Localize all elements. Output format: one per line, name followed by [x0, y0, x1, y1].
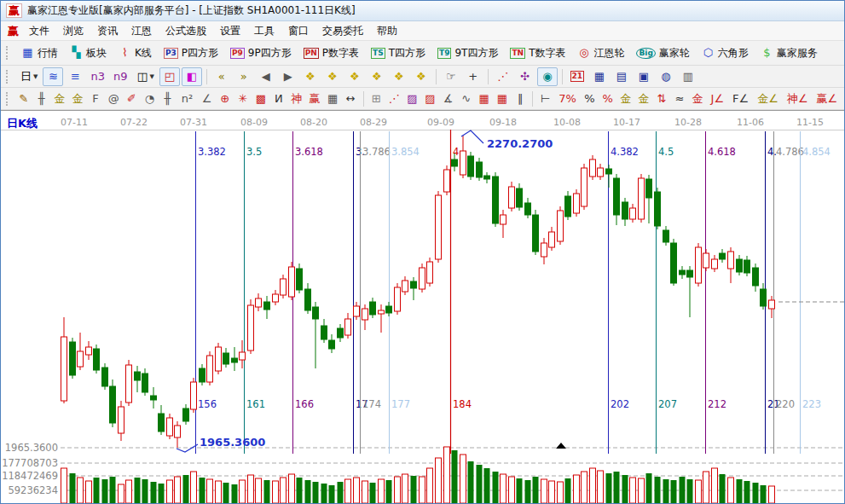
candlestick	[468, 156, 474, 177]
chart-area[interactable]: 07-1107-2207-3108-0908-2008-2909-0909-18…	[1, 110, 844, 504]
zoom-out-button[interactable]: ❖	[389, 67, 409, 86]
gann-outline-button[interactable]: ◰	[159, 67, 180, 86]
wave-mark-tool[interactable]: И	[270, 90, 286, 108]
winner-service-button[interactable]: $赢家服务	[755, 43, 823, 63]
percent-line-tool[interactable]: 7%	[555, 90, 580, 108]
candlestick	[281, 279, 286, 295]
gann-box-tool[interactable]: ▩	[252, 90, 269, 108]
kline-button[interactable]: ⌇K线	[113, 43, 157, 63]
gold-section-tool[interactable]: 金	[635, 90, 651, 108]
calculator-button[interactable]: ▦	[589, 67, 610, 86]
f-angle-tool[interactable]: F∠	[729, 90, 752, 108]
p9-square-button[interactable]: P99P四方形	[225, 43, 297, 63]
gold-line-tool[interactable]: 金	[689, 90, 705, 108]
menu-item-公式选股[interactable]: 公式选股	[159, 22, 213, 40]
shen-angle-tool[interactable]: 神∠	[784, 90, 812, 108]
menu-item-工具[interactable]: 工具	[247, 22, 281, 40]
gold-comb-tool[interactable]: 金	[51, 90, 67, 108]
volume-bar	[240, 480, 246, 503]
zoom-right-button[interactable]: ❖	[322, 67, 343, 86]
hexagon-button[interactable]: ⬡六角形	[697, 43, 754, 63]
menu-item-浏览[interactable]: 浏览	[56, 22, 90, 40]
red-grid-tool[interactable]: ▦	[476, 90, 492, 108]
n-square-tool[interactable]: n²	[177, 90, 197, 108]
period-day-button[interactable]: 日▼	[16, 67, 41, 86]
zoom-horizontal-button[interactable]: ❖	[344, 67, 365, 86]
menu-item-设置[interactable]: 设置	[213, 22, 247, 40]
fan-box-red-tool[interactable]: ▨	[422, 90, 438, 108]
quote-table-button[interactable]: ▦行情	[16, 43, 63, 63]
compass-tool[interactable]: ⊕	[217, 90, 233, 108]
t9-square-button[interactable]: T99T四方形	[432, 43, 503, 63]
first-bar-button[interactable]: «	[211, 67, 232, 86]
fishnet-chart-button[interactable]: ≋	[43, 67, 63, 86]
info-panel-button[interactable]: ≡	[65, 67, 85, 86]
crosshair-button[interactable]: +	[463, 67, 483, 86]
prev-bar-button[interactable]: ◀	[256, 67, 276, 86]
fan-lines-tool[interactable]: ⋰	[386, 90, 402, 108]
next-bar-button[interactable]: ▶	[278, 67, 298, 86]
box-frame-tool[interactable]: ⊞	[368, 90, 385, 108]
hand-tool-button[interactable]: ☞	[441, 67, 461, 86]
j-angle-tool[interactable]: J∠	[708, 90, 728, 108]
fib-comb-tool[interactable]: F	[87, 90, 103, 108]
save-button[interactable]: ▣	[634, 67, 654, 86]
zoom-left-button[interactable]: ❖	[300, 67, 321, 86]
price-grid-tool[interactable]: ▦	[325, 90, 341, 108]
p-square-button[interactable]: P3P四方形	[159, 43, 223, 63]
calendar-button[interactable]: 21	[567, 67, 587, 86]
t-number-button[interactable]: TNT数字表	[505, 43, 570, 63]
volume-flag-button[interactable]: ◧	[182, 67, 202, 86]
ying-angle-tool[interactable]: 赢∠	[813, 90, 842, 108]
menu-item-交易委托[interactable]: 交易委托	[315, 22, 370, 40]
gann-wheel-button[interactable]: ◎江恩轮	[572, 43, 629, 63]
gold-circle-tool[interactable]: 金	[617, 90, 634, 108]
menu-item-资讯[interactable]: 资讯	[90, 22, 124, 40]
percent-tool[interactable]: %	[582, 90, 598, 108]
comb-tool[interactable]: ╫	[159, 90, 176, 108]
swing-3-button[interactable]: n3	[87, 67, 108, 86]
wave-band-tool[interactable]: ≈	[671, 90, 687, 108]
price-scale-tool[interactable]: ⊢	[537, 90, 553, 108]
t-square-button[interactable]: TST四方形	[366, 43, 431, 63]
menu-item-帮助[interactable]: 帮助	[370, 22, 404, 40]
red-pencil-tool[interactable]: ✐	[124, 90, 140, 108]
volume-bar	[256, 478, 262, 503]
angle-measure-tool[interactable]: ∠	[199, 90, 215, 108]
price-pen-tool[interactable]: ⇅	[653, 90, 669, 108]
zoom-in-button[interactable]: ❖	[367, 67, 387, 86]
swing-9-button[interactable]: n9	[110, 67, 131, 86]
angle-fan-tool[interactable]: ∡	[440, 90, 456, 108]
gold-comb2-tool[interactable]: 金	[69, 90, 85, 108]
print-button[interactable]: ▥	[678, 67, 698, 86]
spiral-tool[interactable]: @	[106, 90, 122, 108]
menu-item-窗口[interactable]: 窗口	[281, 22, 315, 40]
menu-item-江恩[interactable]: 江恩	[124, 22, 159, 40]
spiderweb-tool[interactable]: ✳	[234, 90, 251, 108]
fan-box-purple-tool[interactable]: ▨	[404, 90, 420, 108]
percent-retrace-tool[interactable]: %	[599, 90, 616, 108]
blocks-button[interactable]: ▚板块	[65, 43, 112, 63]
web-data-button[interactable]: ◍	[656, 67, 676, 86]
brain-tool-button[interactable]: ◉	[537, 67, 558, 86]
notes-button[interactable]: ▤	[611, 67, 632, 86]
menu-item-文件[interactable]: 文件	[22, 22, 56, 40]
trend-percent-button[interactable]: ⋰	[493, 67, 513, 86]
gold-angle-tool[interactable]: 金∠	[754, 90, 782, 108]
span-measure-tool[interactable]: ↔	[343, 90, 359, 108]
cycle-clock-tool[interactable]: ◔	[142, 90, 158, 108]
kline-chart[interactable]: 07-1107-2207-3108-0908-2008-2909-0909-18…	[1, 110, 844, 504]
last-bar-button[interactable]: »	[234, 67, 254, 86]
p-number-button[interactable]: PNP数字表	[298, 43, 364, 63]
shen-tool[interactable]: 神	[288, 90, 304, 108]
candle-style-button[interactable]: ◫▼	[132, 67, 157, 86]
grid-comb-tool[interactable]: ╫	[33, 90, 49, 108]
zigzag-tool[interactable]: ∿	[458, 90, 474, 108]
pencil-tool[interactable]: ✎	[15, 90, 32, 108]
pitchfork-button[interactable]: ✣	[515, 67, 535, 86]
red-grid2-tool[interactable]: ▦	[494, 90, 510, 108]
parallel-lines-tool[interactable]: ∥	[512, 90, 528, 108]
zoom-fit-button[interactable]: ❖	[411, 67, 431, 86]
ying-tool[interactable]: 赢	[307, 90, 323, 108]
winner-wheel-button[interactable]: Big赢家轮	[631, 43, 694, 63]
